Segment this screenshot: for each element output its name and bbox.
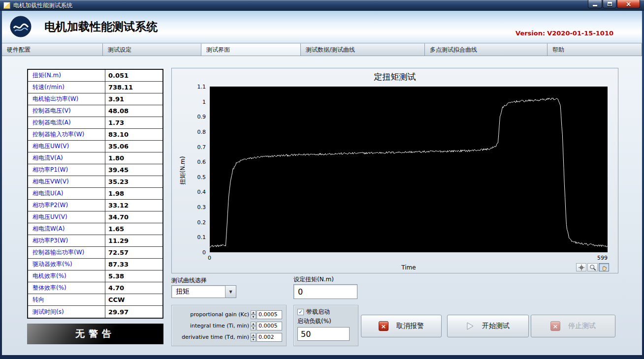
crosshair-tool-icon[interactable] (576, 263, 586, 271)
measurement-value: 1.65 (105, 223, 162, 235)
close-icon: × (626, 0, 632, 8)
measurement-label: 测试时间(s) (28, 306, 105, 318)
measurement-row: 转向CCW (28, 294, 162, 306)
y-axis-labels: 1.110.90.80.70.60.50.40.30.20.10 (172, 87, 207, 252)
stop-test-label: 停止测试 (568, 322, 596, 330)
measurement-row: 电机效率(%)5.38 (28, 270, 162, 282)
measurement-row: 相电流V(A)1.80 (28, 152, 162, 164)
tab-hardware-config[interactable]: 硬件配置 (2, 43, 103, 56)
measurement-row: 相电流U(A)1.98 (28, 188, 162, 200)
version-label: Version:V2020-01-15-1010 (514, 30, 613, 37)
version-prefix: Version: (515, 30, 545, 37)
title-bar: 电机加载性能测试系统 × (0, 0, 644, 11)
y-tick-label: 0.8 (170, 129, 206, 135)
measurement-value: 83.10 (105, 129, 162, 140)
tab-test-settings[interactable]: 测试设定 (103, 43, 201, 56)
tab-multipoint-fit-curve[interactable]: 多点测试拟合曲线 (425, 43, 547, 56)
measurement-label: 相功率P1(W) (28, 164, 105, 176)
measurement-value: 1.73 (105, 117, 162, 128)
measurement-value: 5.38 (105, 270, 162, 282)
measurement-label: 相电压VW(V) (28, 176, 105, 187)
chart-panel: 定扭矩测试 扭矩(N.m) 1.110.90.80.70.60.50.40.30… (171, 68, 618, 273)
zoom-tool-icon[interactable] (587, 263, 598, 271)
load-start-checkbox-label: 带载启动 (306, 308, 330, 316)
decrement-button[interactable]: ▼ (251, 337, 256, 342)
pid-row: proportional gain (Kc)▲▼ (172, 309, 286, 320)
measurement-row: 电机输出功率(W)3.91 (28, 93, 162, 105)
measurement-value: 35.06 (105, 141, 162, 152)
measurement-value: 34.70 (105, 211, 162, 223)
red-x-icon: × (379, 321, 388, 331)
minimize-button[interactable] (588, 0, 602, 8)
red-x-icon-disabled: × (550, 321, 560, 331)
x-axis-label: Time (210, 264, 608, 271)
measurement-row: 相功率P3(W)11.29 (28, 235, 162, 247)
tab-help[interactable]: 帮助 (547, 43, 642, 56)
close-button[interactable]: × (617, 0, 640, 8)
measurement-value: 87.33 (105, 259, 162, 270)
cancel-alarm-button[interactable]: × 取消报警 (361, 315, 442, 337)
app-window: 电机加载性能测试系统 × 电机加载性能测试系统 Version:V2020-01… (0, 0, 644, 359)
pid-label: derivative time (Td, min) (172, 334, 251, 340)
maximize-button[interactable] (603, 0, 616, 8)
stop-test-button: × 停止测试 (531, 315, 615, 337)
pan-tool-icon[interactable] (599, 263, 609, 271)
measurement-label: 相电流V(A) (28, 152, 105, 164)
measurement-label: 电机输出功率(W) (28, 93, 105, 105)
plot-area (210, 87, 608, 252)
measurement-row: 控制器输入功率(W)83.10 (28, 129, 162, 141)
tab-test-data-curves[interactable]: 测试数据/测试曲线 (301, 43, 425, 56)
measurement-table: 扭矩(N.m)0.051转速(r/min)738.11电机输出功率(W)3.91… (27, 69, 163, 319)
curve-select-dropdown[interactable]: 扭矩 ▼ (171, 285, 236, 298)
pid-row: integral time (Ti, min)▲▼ (172, 320, 286, 331)
measurement-label: 控制器输入功率(W) (28, 129, 105, 140)
set-torque-label: 设定扭矩(N.m) (293, 275, 334, 284)
y-tick-label: 1 (170, 99, 206, 105)
window-title: 电机加载性能测试系统 (13, 1, 72, 10)
y-tick-label: 0.2 (170, 219, 206, 226)
company-logo-icon (10, 16, 32, 39)
y-tick-label: 0.7 (170, 144, 206, 150)
measurement-value: 1.80 (105, 152, 162, 164)
tab-test-interface[interactable]: 测试界面 (201, 43, 301, 56)
measurement-value: 11.29 (105, 235, 162, 246)
measurement-row: 扭矩(N.m)0.051 (28, 70, 162, 82)
measurement-row: 相电流W(A)1.65 (28, 223, 162, 235)
measurement-row: 驱动器效率(%)87.33 (28, 259, 162, 270)
start-test-button[interactable]: 开始测试 (447, 315, 529, 337)
measurement-value: 4.70 (105, 282, 162, 294)
decrement-button[interactable]: ▼ (251, 326, 256, 330)
pid-value-input[interactable] (257, 333, 282, 342)
measurement-label: 相功率P2(W) (28, 200, 105, 211)
header: 电机加载性能测试系统 Version:V2020-01-15-1010 (2, 11, 642, 43)
measurement-label: 相功率P3(W) (28, 235, 105, 246)
y-tick-label: 0.5 (170, 174, 206, 180)
measurement-label: 相电压UW(V) (28, 141, 105, 152)
pid-value-input[interactable] (257, 310, 282, 319)
start-load-input[interactable] (297, 327, 350, 341)
y-tick-label: 0 (170, 249, 206, 256)
measurement-value: 1.98 (105, 188, 162, 199)
version-value: V2020-01-15-1010 (547, 30, 613, 37)
measurement-label: 驱动器效率(%) (28, 259, 105, 270)
pid-value-input[interactable] (257, 322, 282, 330)
load-start-checkbox[interactable]: ✓ (297, 309, 304, 315)
measurement-label: 控制器输出功率(W) (28, 247, 105, 258)
app-icon[interactable] (3, 2, 10, 9)
measurement-row: 相电压VW(V)35.23 (28, 176, 162, 188)
graph-tool-palette (576, 263, 609, 271)
increment-button[interactable]: ▲ (251, 333, 256, 337)
increment-button[interactable]: ▲ (251, 310, 256, 315)
decrement-button[interactable]: ▼ (251, 315, 256, 319)
x-tick-max: 599 (597, 255, 608, 261)
measurement-value: 39.45 (105, 164, 162, 176)
torque-trace (210, 87, 608, 252)
chart-title: 定扭矩测试 (172, 71, 618, 83)
measurement-row: 控制器电流(A)1.73 (28, 117, 162, 129)
set-torque-input[interactable] (293, 284, 357, 299)
chevron-down-icon[interactable]: ▼ (225, 286, 236, 298)
pid-spinner: ▲▼ (251, 333, 256, 342)
increment-button[interactable]: ▲ (251, 322, 256, 326)
curve-select-label: 测试曲线选择 (171, 276, 207, 285)
pid-spinner: ▲▼ (251, 322, 256, 330)
